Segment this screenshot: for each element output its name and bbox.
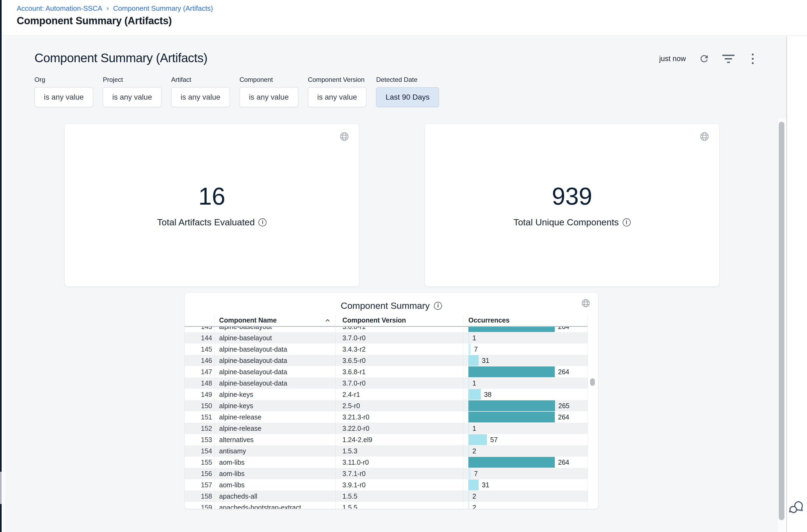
column-divider [335,315,336,509]
cell-row-number: 149 [185,389,212,400]
filter-label: Component Version [308,76,367,83]
dashboard-actions-button[interactable] [747,53,758,64]
table-row: 148alpine-baselayout-data3.7.0-r01 [185,378,588,389]
occurrences-bar [468,378,469,388]
info-icon[interactable]: i [434,302,442,310]
filter-group-org: Orgis any value [35,76,93,107]
cell-occurrences-value: 2 [473,445,476,457]
occurrences-bar [468,468,471,479]
table-title: Component Summary [341,301,430,311]
column-header-component-version[interactable]: Component Version [342,315,406,326]
component-summary-table-card: Component Summary i Component Name Compo… [185,293,598,509]
cell-occurrences-value: 7 [474,344,478,355]
filter-value-button-artifact[interactable]: is any value [171,87,230,107]
refresh-button[interactable] [698,53,710,64]
filter-group-detected-date: Detected DateLast 90 Days [376,76,439,107]
dashboard-controls: just now [659,53,758,64]
cell-occurrences-value: 264 [558,412,569,423]
filter-value-button-project[interactable]: is any value [103,87,161,107]
cell-row-number: 152 [185,423,212,434]
cell-component-name: apacheds-bootstrap-extract [219,502,301,509]
filter-value-button-org[interactable]: is any value [35,87,93,107]
filter-value-button-component[interactable]: is any value [239,87,298,107]
cell-occurrences-value: 1 [473,378,476,389]
column-divider [214,315,215,509]
stat-label-row: Total Unique Components i [425,217,719,228]
cell-occurrences-value: 1 [473,332,476,344]
occurrences-bar [468,479,479,490]
stat-card-total-unique-components: 939 Total Unique Components i [425,124,719,286]
table-row: 149alpine-keys2.4-r138 [185,389,588,400]
occurrences-bar [468,412,555,422]
column-header-component-name[interactable]: Component Name [219,315,277,326]
filter-value-button-detected-date[interactable]: Last 90 Days [376,87,439,107]
filter-label: Org [35,76,93,83]
table-row: 144alpine-baselayout3.7.0-r01 [185,332,588,344]
cell-component-version: 3.22.0-r0 [342,423,369,434]
table-row: 146alpine-baselayout-data3.6.5-r031 [185,355,588,366]
cell-occurrences-value: 7 [474,468,478,479]
occurrences-bar [468,400,555,411]
cell-component-version: 3.11.0-r0 [342,457,369,468]
globe-icon [339,131,349,141]
breadcrumb-account-link[interactable]: Account: Automation-SSCA [17,4,102,13]
last-refreshed-label: just now [659,55,686,63]
filters-button[interactable] [723,53,734,64]
column-header-occurrences[interactable]: Occurrences [468,315,510,326]
info-icon[interactable]: i [258,218,267,226]
right-gutter [786,37,807,532]
cell-component-name: alpine-baselayout [219,332,272,344]
cell-component-name: alpine-release [219,423,262,434]
cell-row-number: 157 [185,479,212,491]
cell-row-number: 155 [185,457,212,468]
left-nav-scrollbar-thumb[interactable] [0,472,2,504]
filter-value-button-component-version[interactable]: is any value [308,87,367,107]
cell-occurrences-value: 31 [482,355,489,366]
table-scrollbar-thumb[interactable] [590,378,595,386]
cell-component-name: alpine-baselayout [219,327,272,332]
cell-component-version: 1.5.5 [342,502,358,509]
filter-group-artifact: Artifactis any value [171,76,230,107]
cell-component-name: alpine-keys [219,400,253,412]
filter-label: Component [239,76,298,83]
cell-row-number: 148 [185,378,212,389]
occurrences-bar [468,327,555,332]
info-icon[interactable]: i [622,218,631,226]
filter-group-component: Componentis any value [239,76,298,107]
refresh-icon [699,53,710,64]
occurrences-bar [468,445,469,456]
left-edge-fade [2,37,6,532]
cell-row-number: 147 [185,366,212,378]
cell-row-number: 144 [185,332,212,344]
occurrences-bar [468,332,469,343]
cell-occurrences-value: 2 [473,502,476,509]
filter-bar: Orgis any valueProjectis any valueArtifa… [35,76,439,107]
cell-component-name: alpine-baselayout-data [219,344,287,355]
stat-value: 16 [64,183,359,210]
cell-component-version: 3.6.8-r1 [342,366,366,378]
cell-occurrences-value: 264 [558,457,569,468]
sort-asc-icon[interactable] [324,317,331,324]
filter-label: Artifact [171,76,230,83]
filter-label: Project [103,76,161,83]
cell-occurrences-value: 57 [490,434,498,445]
globe-icon [699,131,710,141]
kebab-menu-icon [752,54,754,64]
breadcrumb-page-link[interactable]: Component Summary (Artifacts) [113,4,213,13]
cell-row-number: 143 [185,327,212,332]
cell-component-version: 3.7.1-r0 [342,468,366,479]
cell-row-number: 154 [185,445,212,457]
table-header: Component Name Component Version Occurre… [185,315,588,327]
table-title-row: Component Summary i [185,301,598,311]
column-divider [463,315,463,509]
table-row: 156aom-libs3.7.1-r07 [185,468,588,479]
table-row: 154antisamy1.5.32 [185,445,588,457]
dashboard-canvas: Component Summary (Artifacts) just now O… [2,37,787,532]
cell-component-name: alpine-release [219,412,262,423]
page-scrollbar-track[interactable] [777,118,786,532]
filter-icon [722,55,735,63]
cell-component-name: aom-libs [219,457,245,468]
page-scrollbar-thumb[interactable] [779,122,784,520]
cell-row-number: 145 [185,344,212,355]
chat-help-button[interactable] [788,499,805,516]
